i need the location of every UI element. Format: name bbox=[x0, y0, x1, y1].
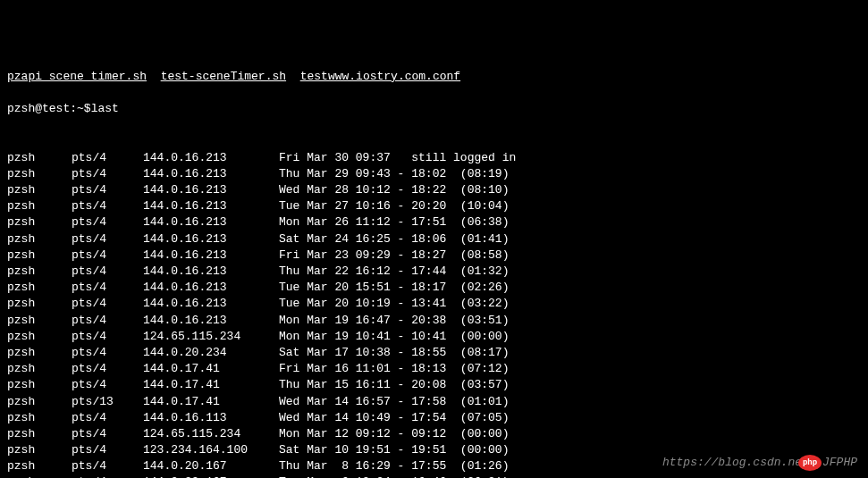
col-user: pzsh bbox=[7, 231, 72, 247]
col-time: Fri Mar 30 09:37 still logged in bbox=[279, 150, 861, 166]
col-user: pzsh bbox=[7, 458, 72, 474]
col-time: Thu Mar 15 16:11 - 20:08 (03:57) bbox=[279, 377, 861, 393]
col-user: pzsh bbox=[7, 410, 72, 426]
login-row: pzshpts/4124.65.115.234Mon Mar 19 10:41 … bbox=[7, 329, 861, 345]
col-time: Tue Mar 20 10:19 - 13:41 (03:22) bbox=[279, 296, 861, 312]
col-tty: pts/4 bbox=[72, 426, 143, 442]
col-ip: 144.0.16.213 bbox=[143, 247, 279, 264]
watermark-prefix: https://blog.csdn.ne bbox=[662, 455, 802, 471]
col-tty: pts/4 bbox=[72, 231, 143, 247]
login-row: pzshpts/4144.0.16.213Tue Mar 20 15:51 - … bbox=[7, 280, 861, 296]
col-user: pzsh bbox=[7, 182, 72, 198]
col-ip: 144.0.16.213 bbox=[143, 150, 279, 166]
col-time: Mon Mar 19 10:41 - 10:41 (00:00) bbox=[279, 329, 861, 345]
col-time: Tue Mar 6 10:24 - 16:46 (06:21) bbox=[279, 474, 861, 478]
col-ip: 144.0.16.213 bbox=[143, 231, 279, 247]
col-user: pzsh bbox=[7, 264, 72, 280]
login-row: pzshpts/4144.0.20.234Sat Mar 17 10:38 - … bbox=[7, 345, 861, 361]
login-row: pzshpts/4144.0.16.113Wed Mar 14 10:49 - … bbox=[7, 410, 861, 426]
col-user: pzsh bbox=[7, 313, 72, 329]
col-time: Tue Mar 20 15:51 - 18:17 (02:26) bbox=[279, 280, 861, 296]
col-tty: pts/4 bbox=[72, 280, 143, 296]
col-time: Mon Mar 26 11:12 - 17:51 (06:38) bbox=[279, 214, 861, 231]
col-user: pzsh bbox=[7, 247, 72, 264]
col-tty: pts/4 bbox=[72, 296, 143, 312]
login-row: pzshpts/4144.0.16.213Wed Mar 28 10:12 - … bbox=[7, 182, 861, 198]
col-user: pzsh bbox=[7, 474, 72, 478]
col-user: pzsh bbox=[7, 329, 72, 345]
col-time: Thu Mar 29 09:43 - 18:02 (08:19) bbox=[279, 166, 861, 182]
col-user: pzsh bbox=[7, 442, 72, 458]
col-time: Sat Mar 24 16:25 - 18:06 (01:41) bbox=[279, 231, 861, 247]
col-user: pzsh bbox=[7, 150, 72, 166]
col-time: Thu Mar 22 16:12 - 17:44 (01:32) bbox=[279, 264, 861, 280]
file-2: test-sceneTimer.sh bbox=[161, 70, 286, 83]
col-ip: 144.0.16.213 bbox=[143, 313, 279, 329]
col-ip: 124.65.115.234 bbox=[143, 426, 279, 442]
col-time: Fri Mar 16 11:01 - 18:13 (07:12) bbox=[279, 361, 861, 377]
col-ip: 124.65.115.234 bbox=[143, 329, 279, 345]
col-ip: 144.0.16.213 bbox=[143, 182, 279, 198]
prompt-userhost: pzsh@test:~$ bbox=[7, 101, 91, 117]
col-user: pzsh bbox=[7, 394, 72, 410]
col-tty: pts/4 bbox=[72, 361, 143, 377]
login-row: pzshpts/4144.0.16.213Mon Mar 19 16:47 - … bbox=[7, 313, 861, 329]
last-output: pzshpts/4144.0.16.213Fri Mar 30 09:37 st… bbox=[7, 150, 861, 478]
login-row: pzshpts/4144.0.16.213Thu Mar 29 09:43 - … bbox=[7, 166, 861, 182]
col-tty: pts/4 bbox=[72, 329, 143, 345]
col-user: pzsh bbox=[7, 426, 72, 442]
col-tty: pts/4 bbox=[72, 442, 143, 458]
col-tty: pts/4 bbox=[72, 410, 143, 426]
login-row: pzshpts/4144.0.17.41Thu Mar 15 16:11 - 2… bbox=[7, 377, 861, 393]
col-tty: pts/13 bbox=[72, 394, 143, 410]
col-tty: pts/4 bbox=[72, 474, 143, 478]
col-ip: 144.0.17.41 bbox=[143, 361, 279, 377]
watermark-suffix: JFPHP bbox=[822, 455, 857, 471]
col-user: pzsh bbox=[7, 296, 72, 312]
col-ip: 144.0.20.167 bbox=[143, 474, 279, 478]
login-row: pzshpts/13144.0.17.41Wed Mar 14 16:57 - … bbox=[7, 394, 861, 410]
login-row: pzshpts/4144.0.16.213Tue Mar 20 10:19 - … bbox=[7, 296, 861, 312]
col-time: Sat Mar 17 10:38 - 18:55 (08:17) bbox=[279, 345, 861, 361]
col-ip: 144.0.17.41 bbox=[143, 394, 279, 410]
login-row: pzshpts/4144.0.17.41Fri Mar 16 11:01 - 1… bbox=[7, 361, 861, 377]
col-tty: pts/4 bbox=[72, 313, 143, 329]
col-tty: pts/4 bbox=[72, 264, 143, 280]
col-user: pzsh bbox=[7, 198, 72, 214]
col-tty: pts/4 bbox=[72, 198, 143, 214]
login-row: pzshpts/4144.0.16.213Thu Mar 22 16:12 - … bbox=[7, 264, 861, 280]
col-tty: pts/4 bbox=[72, 214, 143, 231]
col-ip: 144.0.17.41 bbox=[143, 377, 279, 393]
login-row: pzshpts/4144.0.16.213Tue Mar 27 10:16 - … bbox=[7, 198, 861, 214]
col-tty: pts/4 bbox=[72, 458, 143, 474]
file-1: pzapi_scene_timer.sh bbox=[7, 70, 147, 83]
col-user: pzsh bbox=[7, 377, 72, 393]
col-ip: 144.0.16.213 bbox=[143, 280, 279, 296]
col-tty: pts/4 bbox=[72, 182, 143, 198]
col-ip: 144.0.20.234 bbox=[143, 345, 279, 361]
php-badge-icon: php bbox=[798, 455, 822, 471]
col-tty: pts/4 bbox=[72, 166, 143, 182]
col-time: Mon Mar 19 16:47 - 20:38 (03:51) bbox=[279, 313, 861, 329]
col-user: pzsh bbox=[7, 361, 72, 377]
login-row: pzshpts/4144.0.16.213Sat Mar 24 16:25 - … bbox=[7, 231, 861, 247]
login-row: pzshpts/4144.0.16.213Fri Mar 23 09:29 - … bbox=[7, 247, 861, 264]
col-time: Mon Mar 12 09:12 - 09:12 (00:00) bbox=[279, 426, 861, 442]
col-time: Tue Mar 27 10:16 - 20:20 (10:04) bbox=[279, 198, 861, 214]
col-ip: 144.0.16.213 bbox=[143, 214, 279, 231]
prompt-line[interactable]: pzsh@test:~$ last bbox=[7, 101, 861, 117]
col-ip: 144.0.16.213 bbox=[143, 198, 279, 214]
watermark: https://blog.csdn.nephpJFPHP bbox=[662, 455, 857, 471]
file-3: testwww.iostry.com.conf bbox=[300, 70, 460, 83]
file-list-line: pzapi_scene_timer.sh test-sceneTimer.sh … bbox=[7, 69, 861, 85]
col-ip: 144.0.16.213 bbox=[143, 166, 279, 182]
col-ip: 123.234.164.100 bbox=[143, 442, 279, 458]
col-tty: pts/4 bbox=[72, 377, 143, 393]
col-user: pzsh bbox=[7, 214, 72, 231]
col-time: Fri Mar 23 09:29 - 18:27 (08:58) bbox=[279, 247, 861, 264]
login-row: pzshpts/4144.0.16.213Mon Mar 26 11:12 - … bbox=[7, 214, 861, 231]
command-text: last bbox=[91, 101, 119, 117]
col-ip: 144.0.20.167 bbox=[143, 458, 279, 474]
col-ip: 144.0.16.113 bbox=[143, 410, 279, 426]
col-tty: pts/4 bbox=[72, 345, 143, 361]
